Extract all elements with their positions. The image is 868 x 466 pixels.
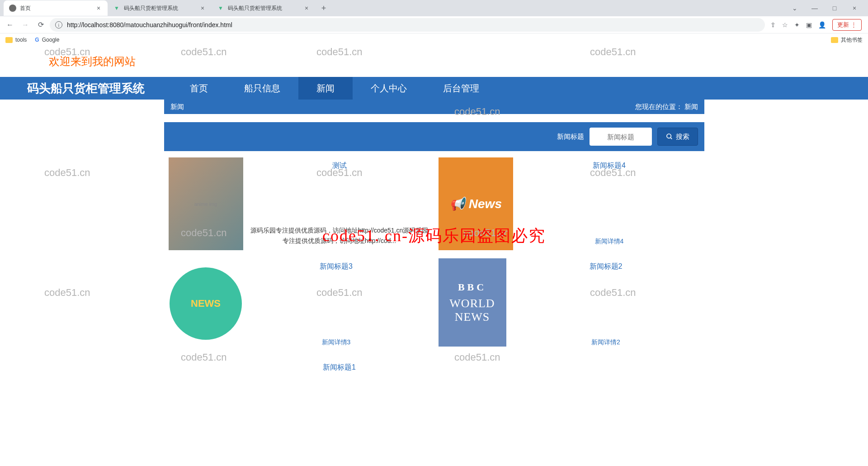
welcome-message: 欢迎来到我的网站 bbox=[0, 46, 868, 77]
news-title[interactable]: 新闻标题3 bbox=[243, 262, 429, 271]
globe-icon bbox=[9, 5, 16, 12]
tab-title: 码头船只货柜管理系统 bbox=[124, 5, 199, 12]
sidepanel-icon[interactable]: ▣ bbox=[806, 21, 812, 29]
svg-point-0 bbox=[667, 134, 671, 138]
watermark: code51.cn bbox=[44, 287, 90, 299]
star-icon[interactable]: ☆ bbox=[782, 21, 788, 29]
bookmark-tools[interactable]: tools bbox=[5, 37, 27, 43]
nav-news[interactable]: 新闻 bbox=[298, 77, 353, 100]
nav-admin[interactable]: 后台管理 bbox=[425, 77, 497, 100]
news-thumbnail[interactable]: NEWS bbox=[169, 258, 243, 351]
news-item: 📢 News 新闻标题4 新闻详情4 bbox=[434, 157, 704, 258]
tab-search-icon[interactable]: ⌄ bbox=[788, 2, 801, 14]
news-thumbnail[interactable]: 📢 News bbox=[439, 157, 513, 250]
browser-chrome: 首页 × ▼ 码头船只货柜管理系统 × ▼ 码头船只货柜管理系统 × + ⌄ —… bbox=[0, 0, 868, 46]
svg-line-1 bbox=[670, 138, 672, 139]
news-detail-link[interactable]: 新闻详情3 bbox=[243, 338, 429, 347]
close-icon[interactable]: × bbox=[303, 5, 310, 12]
breadcrumb-pos-value: 新闻 bbox=[684, 103, 698, 111]
bookmark-other[interactable]: 其他书签 bbox=[831, 36, 863, 44]
new-tab-button[interactable]: + bbox=[317, 2, 330, 14]
update-button[interactable]: 更新⋮ bbox=[832, 19, 862, 31]
nav-ship-info[interactable]: 船只信息 bbox=[226, 77, 298, 100]
news-detail-link[interactable]: 新闻详情2 bbox=[513, 338, 699, 347]
maximize-button[interactable]: □ bbox=[828, 2, 841, 14]
site-info-icon[interactable] bbox=[55, 21, 62, 29]
news-title[interactable]: 新闻标题2 bbox=[513, 262, 699, 271]
vue-icon: ▼ bbox=[113, 5, 120, 12]
bookmark-google[interactable]: GGoogle bbox=[35, 37, 59, 43]
folder-icon bbox=[831, 37, 838, 43]
page-viewport[interactable]: code51.cn code51.cn code51.cn code51.cn … bbox=[0, 46, 868, 466]
news-detail-link[interactable]: 新闻详情4 bbox=[519, 238, 699, 246]
browser-tab-2[interactable]: ▼ 码头船只货柜管理系统 × bbox=[212, 0, 316, 16]
browser-tab-home[interactable]: 首页 × bbox=[4, 0, 108, 16]
vue-icon: ▼ bbox=[217, 5, 224, 12]
news-item: BBCWORLDNEWS 新闻标题2 新闻详情2 bbox=[434, 258, 704, 359]
window-controls: ⌄ — □ × bbox=[788, 2, 868, 14]
tab-title: 码头船只货柜管理系统 bbox=[228, 5, 303, 12]
address-bar[interactable]: http://localhost:8080/matouchuanzhihuogu… bbox=[50, 18, 765, 32]
breadcrumb: 新闻 您现在的位置： 新闻 bbox=[164, 100, 704, 114]
news-title[interactable]: 新闻标题1 bbox=[250, 363, 429, 372]
breadcrumb-pos-label: 您现在的位置： bbox=[635, 103, 683, 111]
extensions-icon[interactable]: ✦ bbox=[794, 21, 800, 29]
reload-button[interactable]: ⟳ bbox=[34, 19, 47, 31]
top-nav: 码头船只货柜管理系统 首页 船只信息 新闻 个人中心 后台管理 bbox=[0, 77, 868, 100]
bookmark-bar: tools GGoogle 其他书签 bbox=[0, 33, 868, 46]
browser-tab-1[interactable]: ▼ 码头船只货柜管理系统 × bbox=[108, 0, 212, 16]
tab-title: 首页 bbox=[20, 5, 95, 12]
back-button[interactable]: ← bbox=[4, 19, 16, 31]
search-icon bbox=[666, 133, 673, 140]
close-icon[interactable]: × bbox=[95, 5, 102, 12]
profile-icon[interactable]: 👤 bbox=[818, 21, 826, 29]
search-button[interactable]: 搜索 bbox=[657, 128, 698, 146]
news-item: anime img 测试 源码乐园专注提供优质源码，访问地址http://cod… bbox=[164, 157, 434, 258]
news-thumbnail[interactable]: anime img bbox=[169, 157, 243, 250]
news-grid: anime img 测试 源码乐园专注提供优质源码，访问地址http://cod… bbox=[164, 157, 704, 460]
nav-profile[interactable]: 个人中心 bbox=[353, 77, 425, 100]
news-title[interactable]: 新闻标题4 bbox=[519, 161, 699, 171]
close-icon[interactable]: × bbox=[199, 5, 206, 12]
google-icon: G bbox=[35, 37, 39, 43]
news-title[interactable]: 测试 bbox=[250, 161, 429, 171]
folder-icon bbox=[5, 37, 13, 43]
share-icon[interactable]: ⇪ bbox=[770, 21, 776, 29]
search-bar: 新闻标题 搜索 bbox=[164, 122, 704, 151]
forward-button[interactable]: → bbox=[19, 19, 32, 31]
news-item: 新闻标题1 bbox=[164, 359, 434, 460]
nav-home[interactable]: 首页 bbox=[172, 77, 226, 100]
close-window-button[interactable]: × bbox=[848, 2, 861, 14]
search-input[interactable] bbox=[590, 128, 652, 146]
breadcrumb-title: 新闻 bbox=[170, 103, 635, 111]
browser-toolbar: ← → ⟳ http://localhost:8080/matouchuanzh… bbox=[0, 16, 868, 33]
url-text: http://localhost:8080/matouchuanzhihuogu… bbox=[67, 21, 232, 29]
site-brand: 码头船只货柜管理系统 bbox=[27, 81, 145, 96]
search-label: 新闻标题 bbox=[557, 133, 584, 141]
news-thumbnail[interactable]: BBCWORLDNEWS bbox=[439, 258, 506, 347]
news-item: NEWS 新闻标题3 新闻详情3 bbox=[164, 258, 434, 359]
minimize-button[interactable]: — bbox=[808, 2, 821, 14]
news-desc: 源码乐园专注提供优质源码，访问地址http://code51.cn源码乐园专注提… bbox=[250, 225, 429, 246]
watermark: code51.cn bbox=[44, 167, 90, 179]
tab-strip: 首页 × ▼ 码头船只货柜管理系统 × ▼ 码头船只货柜管理系统 × + ⌄ —… bbox=[0, 0, 868, 16]
